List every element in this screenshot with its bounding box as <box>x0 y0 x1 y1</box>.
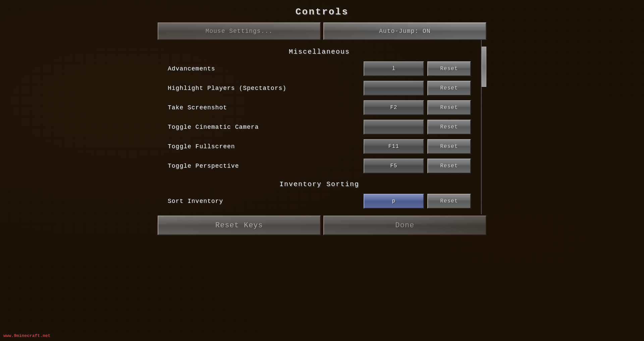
reset-button-toggle-cinematic[interactable]: Reset <box>427 120 471 134</box>
auto-jump-button[interactable]: Auto-Jump: ON <box>323 22 486 40</box>
reset-keys-button[interactable]: Reset Keys <box>158 216 321 235</box>
scrollbar-track[interactable] <box>481 40 486 214</box>
keybind-row-highlight-players: Highlight Players (Spectators)Reset <box>158 78 481 98</box>
keybind-row-toggle-fullscreen: Toggle FullscreenF11Reset <box>158 137 481 156</box>
keybind-label-advancements: Advancements <box>168 65 364 72</box>
done-button[interactable]: Done <box>323 216 486 235</box>
top-button-row: Mouse Settings... Auto-Jump: ON <box>158 22 486 40</box>
scrollbar-thumb[interactable] <box>482 47 486 87</box>
keybind-label-sort-inventory: Sort Inventory <box>168 198 364 205</box>
bottom-button-row: Reset Keys Done <box>158 216 486 235</box>
section-header-inventory-sorting: Inventory Sorting <box>158 176 481 191</box>
keybind-label-highlight-players: Highlight Players (Spectators) <box>168 85 364 92</box>
keybind-label-toggle-perspective: Toggle Perspective <box>168 163 364 169</box>
keybind-label-toggle-fullscreen: Toggle Fullscreen <box>168 143 364 150</box>
reset-button-toggle-perspective[interactable]: Reset <box>427 159 471 173</box>
reset-button-highlight-players[interactable]: Reset <box>427 81 471 96</box>
keybind-row-sort-inventory: Sort InventorypReset <box>158 191 481 211</box>
watermark: www.9minecraft.net <box>3 333 50 338</box>
keybind-key-take-screenshot[interactable]: F2 <box>364 100 424 115</box>
reset-button-toggle-fullscreen[interactable]: Reset <box>427 139 471 154</box>
keybind-label-toggle-cinematic: Toggle Cinematic Camera <box>168 124 364 130</box>
keybind-key-toggle-cinematic[interactable] <box>364 120 424 134</box>
keybind-key-toggle-fullscreen[interactable]: F11 <box>364 139 424 154</box>
keybind-row-toggle-cinematic: Toggle Cinematic CameraReset <box>158 117 481 137</box>
settings-content: MiscellaneousAdvancementslResetHighlight… <box>158 40 481 214</box>
page-title: Controls <box>296 7 348 17</box>
keybind-row-advancements: AdvancementslReset <box>158 59 481 78</box>
keybind-label-take-screenshot: Take Screenshot <box>168 104 364 111</box>
keybind-key-advancements[interactable]: l <box>364 61 424 76</box>
mouse-settings-button[interactable]: Mouse Settings... <box>158 22 321 40</box>
reset-button-advancements[interactable]: Reset <box>427 61 471 76</box>
keybind-key-sort-inventory[interactable]: p <box>364 194 424 209</box>
reset-button-sort-inventory[interactable]: Reset <box>427 194 471 209</box>
keybind-row-take-screenshot: Take ScreenshotF2Reset <box>158 98 481 117</box>
section-header-miscellaneous: Miscellaneous <box>158 43 481 59</box>
reset-button-take-screenshot[interactable]: Reset <box>427 100 471 115</box>
keybind-key-toggle-perspective[interactable]: F5 <box>364 159 424 173</box>
keybind-key-highlight-players[interactable] <box>364 81 424 96</box>
keybind-row-toggle-perspective: Toggle PerspectiveF5Reset <box>158 156 481 176</box>
